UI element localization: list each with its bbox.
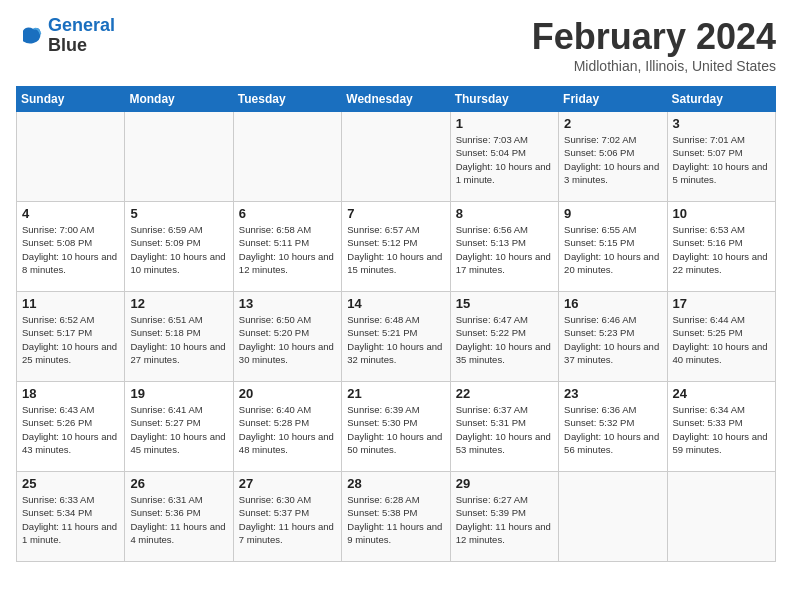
calendar-cell [667, 472, 775, 562]
calendar-cell [17, 112, 125, 202]
calendar-cell: 10Sunrise: 6:53 AM Sunset: 5:16 PM Dayli… [667, 202, 775, 292]
day-number: 25 [22, 476, 119, 491]
day-number: 21 [347, 386, 444, 401]
day-detail: Sunrise: 6:40 AM Sunset: 5:28 PM Dayligh… [239, 403, 336, 456]
day-number: 23 [564, 386, 661, 401]
day-number: 18 [22, 386, 119, 401]
calendar-cell: 5Sunrise: 6:59 AM Sunset: 5:09 PM Daylig… [125, 202, 233, 292]
calendar-cell: 8Sunrise: 6:56 AM Sunset: 5:13 PM Daylig… [450, 202, 558, 292]
calendar-cell: 20Sunrise: 6:40 AM Sunset: 5:28 PM Dayli… [233, 382, 341, 472]
day-detail: Sunrise: 6:27 AM Sunset: 5:39 PM Dayligh… [456, 493, 553, 546]
calendar-week: 4Sunrise: 7:00 AM Sunset: 5:08 PM Daylig… [17, 202, 776, 292]
day-detail: Sunrise: 6:59 AM Sunset: 5:09 PM Dayligh… [130, 223, 227, 276]
calendar-cell: 12Sunrise: 6:51 AM Sunset: 5:18 PM Dayli… [125, 292, 233, 382]
day-detail: Sunrise: 6:44 AM Sunset: 5:25 PM Dayligh… [673, 313, 770, 366]
weekday-header: Sunday [17, 87, 125, 112]
day-detail: Sunrise: 6:43 AM Sunset: 5:26 PM Dayligh… [22, 403, 119, 456]
calendar-cell: 28Sunrise: 6:28 AM Sunset: 5:38 PM Dayli… [342, 472, 450, 562]
title-block: February 2024 Midlothian, Illinois, Unit… [532, 16, 776, 74]
day-detail: Sunrise: 6:34 AM Sunset: 5:33 PM Dayligh… [673, 403, 770, 456]
weekday-header: Friday [559, 87, 667, 112]
calendar-week: 11Sunrise: 6:52 AM Sunset: 5:17 PM Dayli… [17, 292, 776, 382]
day-detail: Sunrise: 6:48 AM Sunset: 5:21 PM Dayligh… [347, 313, 444, 366]
day-detail: Sunrise: 6:28 AM Sunset: 5:38 PM Dayligh… [347, 493, 444, 546]
day-detail: Sunrise: 6:33 AM Sunset: 5:34 PM Dayligh… [22, 493, 119, 546]
calendar-cell: 6Sunrise: 6:58 AM Sunset: 5:11 PM Daylig… [233, 202, 341, 292]
day-number: 5 [130, 206, 227, 221]
calendar-cell: 24Sunrise: 6:34 AM Sunset: 5:33 PM Dayli… [667, 382, 775, 472]
weekday-header: Monday [125, 87, 233, 112]
day-detail: Sunrise: 6:57 AM Sunset: 5:12 PM Dayligh… [347, 223, 444, 276]
calendar-cell: 23Sunrise: 6:36 AM Sunset: 5:32 PM Dayli… [559, 382, 667, 472]
day-number: 17 [673, 296, 770, 311]
calendar-week: 18Sunrise: 6:43 AM Sunset: 5:26 PM Dayli… [17, 382, 776, 472]
calendar-cell: 29Sunrise: 6:27 AM Sunset: 5:39 PM Dayli… [450, 472, 558, 562]
day-detail: Sunrise: 6:55 AM Sunset: 5:15 PM Dayligh… [564, 223, 661, 276]
day-detail: Sunrise: 6:56 AM Sunset: 5:13 PM Dayligh… [456, 223, 553, 276]
calendar-cell: 4Sunrise: 7:00 AM Sunset: 5:08 PM Daylig… [17, 202, 125, 292]
day-detail: Sunrise: 6:39 AM Sunset: 5:30 PM Dayligh… [347, 403, 444, 456]
weekday-header: Thursday [450, 87, 558, 112]
logo: General Blue [16, 16, 115, 56]
calendar-cell: 19Sunrise: 6:41 AM Sunset: 5:27 PM Dayli… [125, 382, 233, 472]
calendar-cell: 14Sunrise: 6:48 AM Sunset: 5:21 PM Dayli… [342, 292, 450, 382]
calendar-cell [559, 472, 667, 562]
day-number: 15 [456, 296, 553, 311]
day-number: 22 [456, 386, 553, 401]
calendar-cell: 17Sunrise: 6:44 AM Sunset: 5:25 PM Dayli… [667, 292, 775, 382]
day-number: 26 [130, 476, 227, 491]
day-number: 8 [456, 206, 553, 221]
day-detail: Sunrise: 6:51 AM Sunset: 5:18 PM Dayligh… [130, 313, 227, 366]
day-detail: Sunrise: 6:30 AM Sunset: 5:37 PM Dayligh… [239, 493, 336, 546]
calendar-cell: 13Sunrise: 6:50 AM Sunset: 5:20 PM Dayli… [233, 292, 341, 382]
day-detail: Sunrise: 6:52 AM Sunset: 5:17 PM Dayligh… [22, 313, 119, 366]
day-number: 12 [130, 296, 227, 311]
calendar-cell: 27Sunrise: 6:30 AM Sunset: 5:37 PM Dayli… [233, 472, 341, 562]
logo-text2: Blue [48, 36, 115, 56]
calendar-cell: 2Sunrise: 7:02 AM Sunset: 5:06 PM Daylig… [559, 112, 667, 202]
calendar-cell: 9Sunrise: 6:55 AM Sunset: 5:15 PM Daylig… [559, 202, 667, 292]
day-detail: Sunrise: 6:50 AM Sunset: 5:20 PM Dayligh… [239, 313, 336, 366]
day-number: 7 [347, 206, 444, 221]
day-number: 9 [564, 206, 661, 221]
day-number: 6 [239, 206, 336, 221]
weekday-header: Saturday [667, 87, 775, 112]
calendar-cell [233, 112, 341, 202]
day-number: 20 [239, 386, 336, 401]
calendar-title: February 2024 [532, 16, 776, 58]
day-number: 19 [130, 386, 227, 401]
day-detail: Sunrise: 7:01 AM Sunset: 5:07 PM Dayligh… [673, 133, 770, 186]
day-number: 3 [673, 116, 770, 131]
day-number: 28 [347, 476, 444, 491]
day-detail: Sunrise: 7:02 AM Sunset: 5:06 PM Dayligh… [564, 133, 661, 186]
day-detail: Sunrise: 6:37 AM Sunset: 5:31 PM Dayligh… [456, 403, 553, 456]
day-detail: Sunrise: 6:36 AM Sunset: 5:32 PM Dayligh… [564, 403, 661, 456]
weekday-header: Wednesday [342, 87, 450, 112]
day-number: 24 [673, 386, 770, 401]
calendar-table: SundayMondayTuesdayWednesdayThursdayFrid… [16, 86, 776, 562]
calendar-cell: 1Sunrise: 7:03 AM Sunset: 5:04 PM Daylig… [450, 112, 558, 202]
day-number: 13 [239, 296, 336, 311]
day-detail: Sunrise: 6:31 AM Sunset: 5:36 PM Dayligh… [130, 493, 227, 546]
day-number: 4 [22, 206, 119, 221]
day-number: 10 [673, 206, 770, 221]
calendar-cell: 15Sunrise: 6:47 AM Sunset: 5:22 PM Dayli… [450, 292, 558, 382]
calendar-week: 25Sunrise: 6:33 AM Sunset: 5:34 PM Dayli… [17, 472, 776, 562]
weekday-header: Tuesday [233, 87, 341, 112]
logo-icon [16, 22, 44, 50]
day-detail: Sunrise: 6:53 AM Sunset: 5:16 PM Dayligh… [673, 223, 770, 276]
day-detail: Sunrise: 6:47 AM Sunset: 5:22 PM Dayligh… [456, 313, 553, 366]
calendar-cell: 18Sunrise: 6:43 AM Sunset: 5:26 PM Dayli… [17, 382, 125, 472]
day-detail: Sunrise: 6:46 AM Sunset: 5:23 PM Dayligh… [564, 313, 661, 366]
day-number: 1 [456, 116, 553, 131]
calendar-week: 1Sunrise: 7:03 AM Sunset: 5:04 PM Daylig… [17, 112, 776, 202]
day-number: 27 [239, 476, 336, 491]
calendar-cell [342, 112, 450, 202]
day-number: 14 [347, 296, 444, 311]
calendar-cell: 22Sunrise: 6:37 AM Sunset: 5:31 PM Dayli… [450, 382, 558, 472]
calendar-cell: 7Sunrise: 6:57 AM Sunset: 5:12 PM Daylig… [342, 202, 450, 292]
day-number: 11 [22, 296, 119, 311]
calendar-cell: 11Sunrise: 6:52 AM Sunset: 5:17 PM Dayli… [17, 292, 125, 382]
day-detail: Sunrise: 7:00 AM Sunset: 5:08 PM Dayligh… [22, 223, 119, 276]
calendar-cell [125, 112, 233, 202]
